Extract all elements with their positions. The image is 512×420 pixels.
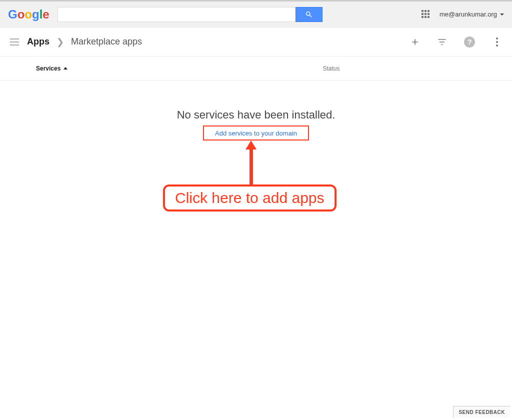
- breadcrumb-root[interactable]: Apps: [27, 36, 50, 47]
- column-status[interactable]: Status: [322, 65, 340, 72]
- search-icon: [305, 10, 313, 18]
- search-form: [58, 7, 322, 22]
- filter-icon[interactable]: [437, 37, 447, 47]
- sort-asc-icon: [64, 67, 68, 70]
- apps-launcher-icon[interactable]: [422, 10, 430, 19]
- user-email-text: me@arunkumar.org: [440, 10, 497, 18]
- more-options-icon[interactable]: [492, 38, 502, 46]
- account-menu[interactable]: me@arunkumar.org: [440, 10, 504, 18]
- add-services-link[interactable]: Add services to your domain: [215, 130, 297, 137]
- empty-state-title: No services have been installed.: [0, 108, 512, 122]
- annotation-highlight-box: Add services to your domain: [203, 126, 309, 140]
- annotation-callout: Click here to add apps: [163, 184, 336, 212]
- subheader: Apps ❯ Marketplace apps ?: [0, 28, 512, 56]
- google-logo[interactable]: Google: [8, 8, 50, 22]
- arrow-up-icon: [246, 140, 256, 150]
- breadcrumb-current: Marketplace apps: [71, 36, 142, 47]
- column-services[interactable]: Services: [36, 65, 68, 72]
- table-header: Services Status: [0, 56, 512, 80]
- search-button[interactable]: [296, 7, 322, 22]
- column-services-label: Services: [36, 65, 60, 72]
- help-icon[interactable]: ?: [464, 36, 475, 48]
- caret-down-icon: [500, 14, 504, 16]
- breadcrumb: Apps ❯ Marketplace apps: [27, 36, 142, 48]
- search-input[interactable]: [58, 7, 296, 22]
- hamburger-menu-icon[interactable]: [10, 38, 19, 46]
- top-header: Google me@arunkumar.org: [0, 2, 512, 28]
- empty-state: No services have been installed. Add ser…: [0, 108, 512, 140]
- send-feedback-button[interactable]: SEND FEEDBACK: [453, 406, 510, 418]
- chevron-right-icon: ❯: [56, 36, 64, 48]
- add-icon[interactable]: [410, 37, 420, 47]
- annotation-arrow: [245, 140, 257, 188]
